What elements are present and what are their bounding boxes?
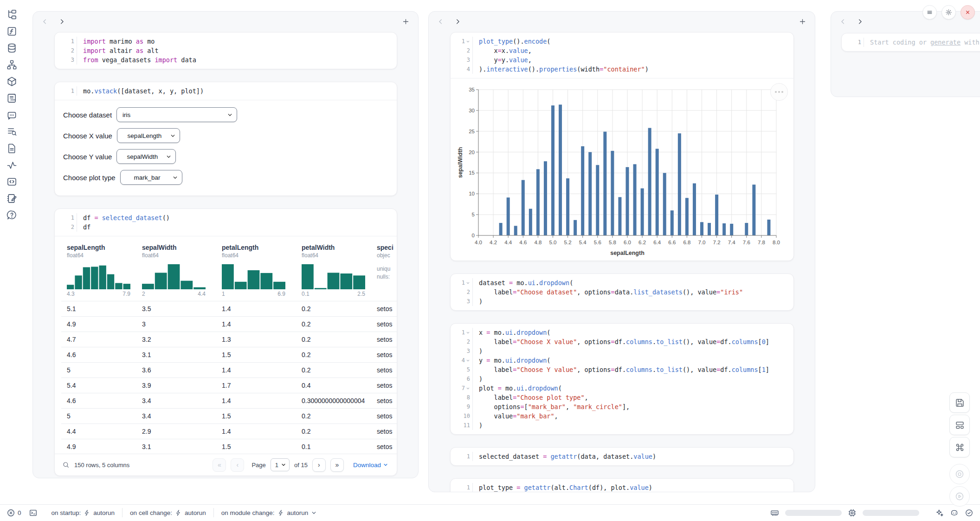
errors-icon[interactable] bbox=[6, 508, 15, 517]
download-button[interactable]: Download bbox=[353, 462, 388, 469]
chevron-right-icon[interactable] bbox=[857, 18, 864, 25]
generate-link[interactable]: generate bbox=[930, 39, 961, 46]
table-row[interactable]: 4.63.41.40.3000000000000004setos bbox=[61, 393, 397, 408]
close-button[interactable] bbox=[961, 5, 975, 20]
copilot-icon[interactable] bbox=[950, 508, 959, 517]
code-cell-xy-plot-dropdowns[interactable]: 1x = mo.ui.dropdown(2 label="Choose X va… bbox=[450, 323, 794, 435]
code-cell-imports[interactable]: 1import marimo as mo2import altair as al… bbox=[54, 32, 397, 69]
dependency-graph-icon[interactable] bbox=[6, 59, 17, 70]
code-token: = bbox=[94, 214, 98, 221]
code-editor[interactable]: 1df = selected_dataset()2df bbox=[55, 209, 397, 236]
chevron-left-icon[interactable] bbox=[437, 18, 444, 25]
chevron-left-icon[interactable] bbox=[41, 18, 48, 25]
tracing-icon[interactable] bbox=[6, 160, 17, 170]
chevron-right-icon[interactable] bbox=[58, 18, 65, 25]
table-row[interactable]: 4.42.91.40.2setos bbox=[61, 423, 397, 439]
runtime-setting-1[interactable]: on startup:autorun bbox=[44, 509, 122, 516]
page-select[interactable]: 1 bbox=[271, 458, 290, 471]
code-editor[interactable]: 1x = mo.ui.dropdown(2 label="Choose X va… bbox=[451, 324, 793, 434]
table-row[interactable]: 4.931.40.2setos bbox=[61, 316, 397, 332]
connection-status-icon[interactable] bbox=[965, 508, 974, 517]
table-row[interactable]: 4.93.11.50.1setos bbox=[61, 439, 397, 454]
code-cell-dataframe[interactable]: 1df = selected_dataset()2df sepalLengthf… bbox=[54, 208, 397, 476]
table-row[interactable]: 5.43.91.70.4setos bbox=[61, 378, 397, 393]
fold-chevron-icon[interactable] bbox=[466, 386, 470, 391]
add-cell-button[interactable] bbox=[402, 18, 410, 26]
table-cell: 1.5 bbox=[222, 412, 302, 420]
table-column-header[interactable]: sepalWidthfloat6424.4 bbox=[142, 244, 222, 297]
terminal-icon[interactable] bbox=[29, 508, 38, 517]
first-page-button[interactable]: « bbox=[213, 458, 226, 472]
code-editor[interactable]: 1plot_type = getattr(alt.Chart(df), plot… bbox=[451, 479, 793, 492]
table-row[interactable]: 4.63.11.50.2setos bbox=[61, 347, 397, 362]
documentation-icon[interactable] bbox=[6, 143, 17, 154]
layout-button[interactable] bbox=[949, 415, 970, 435]
scratchpad-icon[interactable] bbox=[6, 193, 17, 204]
code-cell-dataset-dropdown[interactable]: 1dataset = mo.ui.dropdown(2 label="Choos… bbox=[450, 274, 794, 311]
chart-bar bbox=[529, 209, 532, 235]
table-row[interactable]: 4.73.21.30.2setos bbox=[61, 332, 397, 347]
table-row[interactable]: 5.13.51.40.2setos bbox=[61, 301, 397, 316]
dropdown-select[interactable]: iris bbox=[116, 107, 237, 122]
settings-button[interactable] bbox=[941, 5, 956, 20]
fold-chevron-icon[interactable] bbox=[466, 39, 470, 44]
code-editor[interactable]: 1selected_dataset = getattr(data, datase… bbox=[451, 448, 793, 465]
file-tree-icon[interactable] bbox=[6, 9, 17, 20]
logs-icon[interactable] bbox=[6, 126, 17, 137]
search-icon[interactable] bbox=[62, 461, 70, 469]
fold-chevron-icon[interactable] bbox=[466, 281, 470, 285]
close-icon bbox=[964, 9, 971, 16]
chat-bot-icon[interactable] bbox=[6, 110, 17, 120]
fold-chevron-icon[interactable] bbox=[466, 331, 470, 335]
code-cell-plot-type[interactable]: 1plot_type = getattr(alt.Chart(df), plot… bbox=[450, 478, 794, 492]
chevron-left-icon[interactable] bbox=[839, 18, 846, 25]
dropdown-select[interactable]: sepalWidth bbox=[116, 149, 176, 164]
next-page-button[interactable]: › bbox=[312, 458, 326, 472]
svg-text:25: 25 bbox=[469, 129, 475, 134]
chart-menu-button[interactable] bbox=[770, 83, 788, 101]
code-cell-plot[interactable]: 1plot_type().encode(2 x=x.value,3 y=y.va… bbox=[450, 32, 794, 261]
help-icon[interactable] bbox=[6, 210, 17, 221]
script-icon[interactable] bbox=[6, 93, 17, 104]
menu-button[interactable] bbox=[922, 5, 937, 20]
save-button[interactable] bbox=[949, 392, 970, 413]
stop-button[interactable] bbox=[949, 464, 970, 484]
command-palette-button[interactable] bbox=[949, 437, 970, 457]
code-token: to_list bbox=[656, 338, 683, 345]
code-cell-selected-dataset[interactable]: 1selected_dataset = getattr(data, datase… bbox=[450, 447, 794, 466]
line-number: 1 bbox=[55, 37, 77, 46]
code-cell-vstack[interactable]: 1mo.vstack([dataset, x, y, plot]) Choose… bbox=[54, 82, 397, 196]
table-column-header[interactable]: petalLengthfloat6416.9 bbox=[222, 244, 302, 297]
code-editor[interactable]: 1 Start coding or generate with bbox=[842, 33, 980, 51]
table-cell: 3.4 bbox=[142, 412, 222, 420]
table-cell: 4.7 bbox=[67, 336, 142, 343]
dropdown-select[interactable]: mark_bar bbox=[120, 170, 182, 185]
datasources-icon[interactable] bbox=[6, 43, 17, 53]
functions-icon[interactable] bbox=[6, 26, 17, 37]
table-row[interactable]: 53.61.40.2setos bbox=[61, 362, 397, 378]
fold-chevron-icon[interactable] bbox=[466, 358, 470, 363]
add-cell-button[interactable] bbox=[799, 18, 806, 26]
packages-icon[interactable] bbox=[6, 76, 17, 87]
table-column-header[interactable]: speciobjecuniqunulls: bbox=[377, 244, 397, 297]
chevron-right-icon[interactable] bbox=[454, 18, 461, 25]
ai-sparkles-icon[interactable] bbox=[935, 508, 944, 517]
svg-text:5.0: 5.0 bbox=[549, 240, 557, 245]
run-button[interactable] bbox=[949, 486, 970, 507]
code-editor[interactable]: 1dataset = mo.ui.dropdown(2 label="Choos… bbox=[451, 274, 793, 310]
column-name: petalLength bbox=[222, 244, 302, 251]
last-page-button[interactable]: » bbox=[330, 458, 344, 472]
code-editor[interactable]: 1import marimo as mo2import altair as al… bbox=[55, 33, 397, 69]
prev-page-button[interactable]: ‹ bbox=[231, 458, 244, 472]
scratch-code-cell[interactable]: 1 Start coding or generate with bbox=[841, 33, 980, 52]
table-column-header[interactable]: sepalLengthfloat644.37.9 bbox=[67, 244, 142, 297]
snippets-icon[interactable] bbox=[6, 176, 17, 187]
runtime-setting-3[interactable]: on module change:autorun bbox=[214, 509, 325, 516]
code-editor[interactable]: 1mo.vstack([dataset, x, y, plot]) bbox=[55, 82, 397, 100]
table-column-header[interactable]: petalWidthfloat640.12.5 bbox=[302, 244, 377, 297]
code-token: = bbox=[498, 47, 502, 54]
code-editor[interactable]: 1plot_type().encode(2 x=x.value,3 y=y.va… bbox=[451, 33, 793, 78]
dropdown-select[interactable]: sepalLength bbox=[117, 128, 180, 143]
runtime-setting-2[interactable]: on cell change:autorun bbox=[122, 509, 213, 516]
table-row[interactable]: 53.41.50.2setos bbox=[61, 408, 397, 423]
